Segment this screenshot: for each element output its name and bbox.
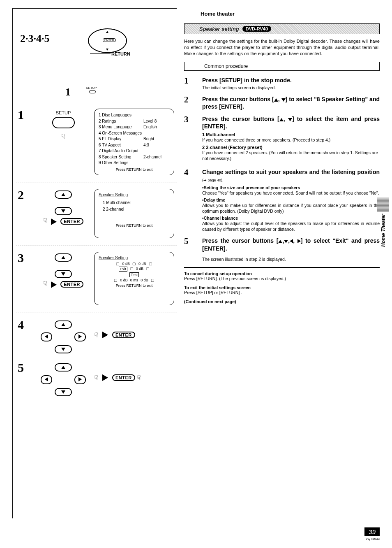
document-code: VQT8633 xyxy=(364,537,380,541)
menu-item-label: 2 Ratings xyxy=(99,118,143,125)
divider xyxy=(16,183,177,183)
menu-item: 5 FL DisplayBright xyxy=(99,136,170,142)
steps-2345-label: 2·3·4·5 xyxy=(20,33,50,45)
step-number: 3 xyxy=(16,252,32,264)
exit-button: Exit xyxy=(119,267,127,272)
dpad-icon xyxy=(41,190,86,215)
common-procedure-box: Common procedure xyxy=(184,62,380,71)
instruction-step-1: 1 Press [SETUP] in the stop mode. The in… xyxy=(184,77,380,91)
cursor-down-icon xyxy=(55,207,72,215)
cancel-instructions: To cancel during setup operation Press [… xyxy=(184,271,380,281)
hand-press-icon: ☟ xyxy=(94,331,98,339)
connector-line xyxy=(72,92,88,92)
cursor-up-icon xyxy=(55,253,72,262)
cursor-up-icon xyxy=(55,190,72,199)
hand-press-icon: ☟ xyxy=(137,374,141,382)
illustration-step-1: 1 SETUP ☟ 1 Disc Languages2 RatingsLevel… xyxy=(16,109,177,175)
instruction-step-3: 3 Press the cursor buttons [, ] to selec… xyxy=(184,115,380,163)
setup-label: SETUP xyxy=(52,110,75,115)
menu-item: 4 On-Screen Messages xyxy=(99,130,170,137)
instruction-step-4: 4 Change settings to suit your speakers … xyxy=(184,168,380,232)
step-number: 1 xyxy=(16,109,32,121)
illustration-step-2: 2 ☟ ENTER Speaker Setting 1 Multi-channe… xyxy=(16,189,177,238)
side-tab-label: Home Theater xyxy=(380,214,386,247)
down-arrow-icon xyxy=(281,98,286,102)
menu-item-label: 4 On-Screen Messages xyxy=(99,130,143,137)
step-title: Press the cursor buttons [, ] to select … xyxy=(202,115,380,130)
db-value: 0 dB xyxy=(141,278,148,282)
page-footer: 39 VQT8633 xyxy=(364,527,380,541)
step-number: 1 xyxy=(184,77,202,91)
menu-item: 1 Disc Languages xyxy=(99,112,170,118)
cancel-desc: Press [RETURN]. (The previous screen is … xyxy=(184,276,380,281)
menu-item-value xyxy=(143,130,170,137)
illustration-step-3: 3 ☟ ENTER Speaker Setting ▢ 0 dB ▢ 0 dB … xyxy=(16,252,177,305)
cursor-left-icon xyxy=(41,332,52,341)
menu-item: 2 RatingsLevel 8 xyxy=(99,118,170,125)
panel-title: Speaker Setting xyxy=(99,255,170,260)
speaker-layout-panel: Speaker Setting ▢ 0 dB ▢ 0 dB ▢ Exit ▢ 0… xyxy=(94,252,174,305)
center-speaker-icon: ▢ xyxy=(130,267,134,272)
page-number: 39 xyxy=(364,527,380,536)
bullet-desc: Allows you to make up for differences in… xyxy=(202,202,380,214)
menu-item: 6 TV Aspect4:3 xyxy=(99,142,170,149)
db-value: 0 dB xyxy=(138,262,146,266)
dpad-icon xyxy=(41,253,86,278)
menu-item-label: 5 FL Display xyxy=(99,136,143,142)
intro-paragraph: Here you can change the settings for the… xyxy=(184,38,380,57)
divider xyxy=(16,246,177,246)
menu-item-value: English xyxy=(143,124,170,130)
cursor-up-icon xyxy=(55,363,72,372)
menu-item-label: 6 TV Aspect xyxy=(99,142,143,149)
up-arrow-icon xyxy=(278,240,282,243)
arrow-right-icon xyxy=(102,374,108,381)
ms-value: 0 ms xyxy=(130,278,138,282)
step-subtitle: The screen illustrated in step 2 is disp… xyxy=(202,256,380,262)
menu-item-value xyxy=(143,148,170,154)
bullet-desc: Choose "Yes" for speakers you have conne… xyxy=(202,190,380,196)
step-title: Press the cursor buttons [,,, ] to selec… xyxy=(202,237,380,252)
left-illustration-column: 2·3·4·5 ENTER RETURN 1 SETUP 1 SETUP ☟ xyxy=(12,8,177,518)
instruction-step-5: 5 Press the cursor buttons [,,, ] to sel… xyxy=(184,237,380,262)
enter-button-label: ENTER xyxy=(112,332,135,338)
connector-line xyxy=(60,38,88,38)
option-2: 2 2-channel (Factory preset) If you have… xyxy=(202,145,380,161)
setup-tiny-label: SETUP xyxy=(86,86,97,90)
illustration-step-4: 4 ☟ ENTER xyxy=(16,319,177,353)
banner-title: Speaker setting xyxy=(199,26,239,32)
option-1: 1 Multi-channel If you have connected th… xyxy=(202,132,380,143)
step-number: 2 xyxy=(184,95,202,110)
return-to-exit: Press RETURN to exit xyxy=(99,283,170,288)
arrow-right-icon xyxy=(51,281,57,288)
speaker-icon: ▢ xyxy=(149,262,152,266)
right-arrow-icon xyxy=(297,239,301,243)
instruction-step-2: 2 Press the cursor buttons [, ] to selec… xyxy=(184,95,380,110)
hand-press-icon: ☟ xyxy=(61,133,65,140)
option-title: 1 Multi-channel xyxy=(202,132,380,137)
return-label: RETURN xyxy=(111,51,130,56)
step-number: 4 xyxy=(184,168,202,232)
menu-item: 3 Menu LanguageEnglish xyxy=(99,124,170,130)
menu-item-value: Level 8 xyxy=(143,118,170,125)
down-arrow-icon xyxy=(284,240,288,243)
step-number: 4 xyxy=(16,319,32,331)
panel-title: Speaker Setting xyxy=(99,193,170,197)
menu-item: 7 Digital Audio Output xyxy=(99,148,170,154)
speaker-icon: ▢ xyxy=(146,267,150,272)
exit-desc: Press [SETUP] or [RETURN] . xyxy=(184,290,380,295)
cursor-down-icon xyxy=(55,345,72,353)
bullet-heading: •Channel balance xyxy=(202,216,380,221)
option-desc: If you have connected three or more spea… xyxy=(202,137,380,143)
menu-item-value: 4:3 xyxy=(143,142,170,149)
exit-heading: To exit the initial settings screen xyxy=(184,285,380,290)
speaker-icon: ▢ xyxy=(151,278,154,282)
step-subtitle: The initial settings screen is displayed… xyxy=(202,85,380,91)
test-button: Test xyxy=(129,272,139,277)
hand-press-icon: ☟ xyxy=(94,374,98,382)
menu-item: 9 Other Settings xyxy=(99,160,170,166)
setup-button-icon xyxy=(52,117,75,128)
down-arrow-icon xyxy=(288,118,292,121)
menu-item: 8 Speaker Setting2-channel xyxy=(99,154,170,160)
menu-item-value: Bright xyxy=(143,136,170,142)
connector-line xyxy=(90,53,111,54)
